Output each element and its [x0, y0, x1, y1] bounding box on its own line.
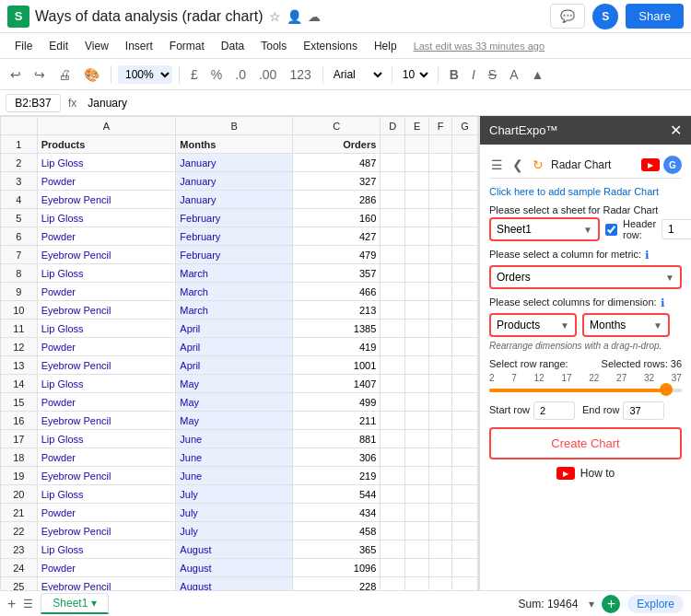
menu-data[interactable]: Data — [214, 37, 252, 55]
italic-button[interactable]: I — [467, 64, 480, 85]
cell-c2[interactable]: 487 — [293, 154, 381, 172]
cell-d10[interactable] — [381, 301, 405, 320]
cell-a6[interactable]: Powder — [37, 227, 176, 246]
cell-d24[interactable] — [381, 559, 405, 577]
cell-reference[interactable]: B2:B37 — [6, 94, 61, 112]
cell-d5[interactable] — [381, 209, 405, 227]
cell-e23[interactable] — [405, 540, 429, 559]
cell-e15[interactable] — [405, 393, 429, 412]
cell-d12[interactable] — [381, 338, 405, 356]
cell-c11[interactable]: 1385 — [293, 320, 381, 338]
cell-f2[interactable] — [429, 154, 452, 172]
cell-b20[interactable]: July — [176, 485, 293, 504]
cell-e18[interactable] — [405, 448, 429, 467]
cell-d13[interactable] — [381, 356, 405, 375]
col-header-b[interactable]: B — [176, 117, 293, 135]
range-slider[interactable]: 27121722273237 — [489, 369, 682, 401]
header-row-checkbox[interactable] — [605, 224, 617, 236]
cell-b12[interactable]: April — [176, 338, 293, 356]
cell-b7[interactable]: February — [176, 246, 293, 264]
cell-c15[interactable]: 499 — [293, 393, 381, 412]
cell-d19[interactable] — [381, 467, 405, 485]
cell-f17[interactable] — [429, 430, 452, 448]
cell-e10[interactable] — [405, 301, 429, 320]
percent-button[interactable]: % — [206, 64, 227, 85]
cell-d15[interactable] — [381, 393, 405, 412]
cell-g7[interactable] — [452, 246, 478, 264]
cell-b10[interactable]: March — [176, 301, 293, 320]
cell-b24[interactable]: August — [176, 559, 293, 577]
comment-button[interactable]: 💬 — [550, 4, 585, 29]
panel-close-button[interactable]: ✕ — [670, 122, 682, 139]
cell-e2[interactable] — [405, 154, 429, 172]
cell-b2[interactable]: January — [176, 154, 293, 172]
decimal-increase-button[interactable]: .00 — [254, 64, 281, 85]
undo-button[interactable]: ↩ — [6, 64, 26, 85]
col-header-f[interactable]: F — [429, 117, 452, 135]
col-header-c[interactable]: C — [293, 117, 381, 135]
cell-f25[interactable] — [429, 577, 452, 591]
explore-button[interactable]: Explore — [627, 595, 684, 613]
cell-f3[interactable] — [429, 172, 452, 191]
cell-a20[interactable]: Lip Gloss — [37, 485, 176, 504]
cell-g15[interactable] — [452, 393, 478, 412]
add-sample-link[interactable]: Click here to add sample Radar Chart — [489, 186, 682, 197]
cell-e8[interactable] — [405, 264, 429, 283]
cell-a10[interactable]: Eyebrow Pencil — [37, 301, 176, 320]
cell-c17[interactable]: 881 — [293, 430, 381, 448]
cell-f13[interactable] — [429, 356, 452, 375]
cell-b8[interactable]: March — [176, 264, 293, 283]
cell-c4[interactable]: 286 — [293, 191, 381, 209]
metric-info-icon[interactable]: ℹ — [645, 249, 650, 262]
cell-g20[interactable] — [452, 485, 478, 504]
cell-e1[interactable] — [405, 135, 429, 154]
cell-f7[interactable] — [429, 246, 452, 264]
format-number-button[interactable]: 123 — [285, 64, 315, 85]
cell-g8[interactable] — [452, 264, 478, 283]
menu-tools[interactable]: Tools — [253, 37, 294, 55]
formula-input[interactable] — [84, 95, 685, 111]
cell-f20[interactable] — [429, 485, 452, 504]
cell-g21[interactable] — [452, 504, 478, 522]
cell-f24[interactable] — [429, 559, 452, 577]
cell-g10[interactable] — [452, 301, 478, 320]
cell-g4[interactable] — [452, 191, 478, 209]
cell-f6[interactable] — [429, 227, 452, 246]
cell-c25[interactable]: 228 — [293, 577, 381, 591]
cell-a23[interactable]: Lip Gloss — [37, 540, 176, 559]
cell-c19[interactable]: 219 — [293, 467, 381, 485]
cell-d1[interactable] — [381, 135, 405, 154]
cell-b6[interactable]: February — [176, 227, 293, 246]
cell-c22[interactable]: 458 — [293, 522, 381, 540]
cell-f11[interactable] — [429, 320, 452, 338]
cell-c20[interactable]: 544 — [293, 485, 381, 504]
cell-b9[interactable]: March — [176, 283, 293, 301]
cell-a14[interactable]: Lip Gloss — [37, 375, 176, 393]
menu-view[interactable]: View — [77, 37, 116, 55]
menu-edit[interactable]: Edit — [41, 37, 76, 55]
cell-f9[interactable] — [429, 283, 452, 301]
currency-button[interactable]: £ — [186, 64, 203, 85]
end-row-input[interactable] — [623, 401, 664, 420]
cell-f16[interactable] — [429, 412, 452, 430]
cell-c3[interactable]: 327 — [293, 172, 381, 191]
cell-e20[interactable] — [405, 485, 429, 504]
sheets-menu-button[interactable]: ☰ — [23, 598, 33, 610]
star-icon[interactable]: ☆ — [269, 9, 281, 24]
cell-a24[interactable]: Powder — [37, 559, 176, 577]
col-header-d[interactable]: D — [381, 117, 405, 135]
cell-b17[interactable]: June — [176, 430, 293, 448]
cell-f15[interactable] — [429, 393, 452, 412]
cell-d18[interactable] — [381, 448, 405, 467]
cell-g25[interactable] — [452, 577, 478, 591]
cell-a22[interactable]: Eyebrow Pencil — [37, 522, 176, 540]
cell-a9[interactable]: Powder — [37, 283, 176, 301]
cell-g22[interactable] — [452, 522, 478, 540]
cloud-icon[interactable]: ☁ — [308, 9, 321, 24]
cell-a16[interactable]: Eyebrow Pencil — [37, 412, 176, 430]
cell-c16[interactable]: 211 — [293, 412, 381, 430]
cell-f1[interactable] — [429, 135, 452, 154]
col-header-a[interactable]: A — [37, 117, 176, 135]
cell-c7[interactable]: 479 — [293, 246, 381, 264]
cell-e3[interactable] — [405, 172, 429, 191]
